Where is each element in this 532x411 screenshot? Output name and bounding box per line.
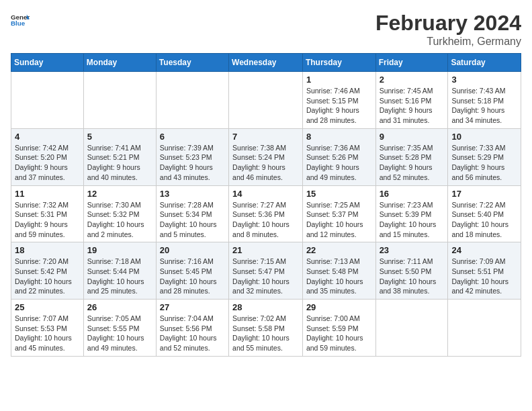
page-header: General Blue February 2024 Turkheim, Ger… bbox=[11, 11, 521, 48]
day-info: Sunrise: 7:13 AM Sunset: 5:48 PM Dayligh… bbox=[306, 257, 372, 296]
day-info: Sunrise: 7:33 AM Sunset: 5:29 PM Dayligh… bbox=[451, 143, 517, 183]
day-number: 28 bbox=[232, 302, 299, 312]
empty-day-cell bbox=[375, 300, 448, 357]
weekday-header-wednesday: Wednesday bbox=[229, 54, 303, 72]
calendar-day-cell: 24Sunrise: 7:09 AM Sunset: 5:51 PM Dayli… bbox=[448, 242, 521, 300]
empty-day-cell bbox=[229, 72, 303, 129]
day-info: Sunrise: 7:18 AM Sunset: 5:44 PM Dayligh… bbox=[87, 257, 152, 296]
day-number: 14 bbox=[232, 189, 299, 199]
day-info: Sunrise: 7:36 AM Sunset: 5:26 PM Dayligh… bbox=[306, 143, 372, 183]
calendar-week-row: 18Sunrise: 7:20 AM Sunset: 5:42 PM Dayli… bbox=[11, 242, 521, 300]
calendar-day-cell: 2Sunrise: 7:45 AM Sunset: 5:16 PM Daylig… bbox=[375, 72, 448, 129]
calendar-day-cell: 6Sunrise: 7:39 AM Sunset: 5:23 PM Daylig… bbox=[156, 128, 228, 185]
day-info: Sunrise: 7:45 AM Sunset: 5:16 PM Dayligh… bbox=[380, 86, 445, 126]
weekday-header-friday: Friday bbox=[375, 54, 448, 72]
day-number: 17 bbox=[451, 189, 517, 199]
day-info: Sunrise: 7:38 AM Sunset: 5:24 PM Dayligh… bbox=[232, 143, 299, 183]
calendar-day-cell: 29Sunrise: 7:00 AM Sunset: 5:59 PM Dayli… bbox=[302, 300, 375, 357]
calendar-day-cell: 16Sunrise: 7:23 AM Sunset: 5:39 PM Dayli… bbox=[375, 185, 448, 242]
logo: General Blue bbox=[11, 11, 30, 30]
day-info: Sunrise: 7:32 AM Sunset: 5:31 PM Dayligh… bbox=[15, 200, 80, 240]
calendar-week-row: 11Sunrise: 7:32 AM Sunset: 5:31 PM Dayli… bbox=[11, 185, 521, 242]
day-number: 2 bbox=[380, 75, 445, 85]
day-number: 5 bbox=[87, 132, 152, 142]
day-info: Sunrise: 7:04 AM Sunset: 5:56 PM Dayligh… bbox=[160, 314, 225, 353]
calendar-week-row: 1Sunrise: 7:46 AM Sunset: 5:15 PM Daylig… bbox=[11, 72, 521, 129]
day-number: 7 bbox=[232, 132, 299, 142]
day-info: Sunrise: 7:46 AM Sunset: 5:15 PM Dayligh… bbox=[306, 86, 372, 126]
empty-day-cell bbox=[448, 300, 521, 357]
calendar-day-cell: 12Sunrise: 7:30 AM Sunset: 5:32 PM Dayli… bbox=[83, 185, 156, 242]
empty-day-cell bbox=[156, 72, 228, 129]
calendar-day-cell: 1Sunrise: 7:46 AM Sunset: 5:15 PM Daylig… bbox=[302, 72, 375, 129]
day-info: Sunrise: 7:09 AM Sunset: 5:51 PM Dayligh… bbox=[451, 257, 517, 296]
day-number: 6 bbox=[160, 132, 225, 142]
day-info: Sunrise: 7:25 AM Sunset: 5:37 PM Dayligh… bbox=[306, 200, 372, 240]
weekday-header-row: SundayMondayTuesdayWednesdayThursdayFrid… bbox=[11, 54, 521, 72]
calendar-day-cell: 11Sunrise: 7:32 AM Sunset: 5:31 PM Dayli… bbox=[11, 185, 84, 242]
day-info: Sunrise: 7:00 AM Sunset: 5:59 PM Dayligh… bbox=[306, 314, 372, 353]
calendar-day-cell: 17Sunrise: 7:22 AM Sunset: 5:40 PM Dayli… bbox=[448, 185, 521, 242]
logo-icon: General Blue bbox=[11, 11, 30, 30]
calendar-day-cell: 28Sunrise: 7:02 AM Sunset: 5:58 PM Dayli… bbox=[229, 300, 303, 357]
calendar-week-row: 25Sunrise: 7:07 AM Sunset: 5:53 PM Dayli… bbox=[11, 300, 521, 357]
calendar-day-cell: 19Sunrise: 7:18 AM Sunset: 5:44 PM Dayli… bbox=[83, 242, 156, 300]
month-title: February 2024 bbox=[375, 11, 521, 36]
calendar-day-cell: 8Sunrise: 7:36 AM Sunset: 5:26 PM Daylig… bbox=[302, 128, 375, 185]
calendar-day-cell: 26Sunrise: 7:05 AM Sunset: 5:55 PM Dayli… bbox=[83, 300, 156, 357]
day-number: 24 bbox=[451, 245, 517, 255]
day-number: 15 bbox=[306, 189, 372, 199]
day-info: Sunrise: 7:20 AM Sunset: 5:42 PM Dayligh… bbox=[15, 257, 80, 296]
day-number: 9 bbox=[380, 132, 445, 142]
day-info: Sunrise: 7:41 AM Sunset: 5:21 PM Dayligh… bbox=[87, 143, 152, 183]
day-info: Sunrise: 7:43 AM Sunset: 5:18 PM Dayligh… bbox=[451, 86, 517, 126]
day-info: Sunrise: 7:23 AM Sunset: 5:39 PM Dayligh… bbox=[380, 200, 445, 240]
day-info: Sunrise: 7:15 AM Sunset: 5:47 PM Dayligh… bbox=[232, 257, 299, 296]
calendar-table: SundayMondayTuesdayWednesdayThursdayFrid… bbox=[11, 53, 521, 357]
day-info: Sunrise: 7:28 AM Sunset: 5:34 PM Dayligh… bbox=[160, 200, 225, 240]
location-title: Turkheim, Germany bbox=[375, 36, 521, 48]
calendar-day-cell: 7Sunrise: 7:38 AM Sunset: 5:24 PM Daylig… bbox=[229, 128, 303, 185]
calendar-day-cell: 23Sunrise: 7:11 AM Sunset: 5:50 PM Dayli… bbox=[375, 242, 448, 300]
day-number: 8 bbox=[306, 132, 372, 142]
day-info: Sunrise: 7:05 AM Sunset: 5:55 PM Dayligh… bbox=[87, 314, 152, 353]
day-number: 16 bbox=[380, 189, 445, 199]
day-info: Sunrise: 7:39 AM Sunset: 5:23 PM Dayligh… bbox=[160, 143, 225, 183]
day-number: 3 bbox=[451, 75, 517, 85]
svg-text:Blue: Blue bbox=[11, 19, 26, 27]
weekday-header-monday: Monday bbox=[83, 54, 156, 72]
calendar-day-cell: 18Sunrise: 7:20 AM Sunset: 5:42 PM Dayli… bbox=[11, 242, 84, 300]
day-info: Sunrise: 7:27 AM Sunset: 5:36 PM Dayligh… bbox=[232, 200, 299, 240]
day-info: Sunrise: 7:42 AM Sunset: 5:20 PM Dayligh… bbox=[15, 143, 80, 183]
weekday-header-sunday: Sunday bbox=[11, 54, 84, 72]
day-info: Sunrise: 7:07 AM Sunset: 5:53 PM Dayligh… bbox=[15, 314, 80, 353]
title-block: February 2024 Turkheim, Germany bbox=[375, 11, 521, 48]
day-info: Sunrise: 7:11 AM Sunset: 5:50 PM Dayligh… bbox=[380, 257, 445, 296]
calendar-day-cell: 14Sunrise: 7:27 AM Sunset: 5:36 PM Dayli… bbox=[229, 185, 303, 242]
day-number: 25 bbox=[15, 302, 80, 312]
calendar-day-cell: 27Sunrise: 7:04 AM Sunset: 5:56 PM Dayli… bbox=[156, 300, 228, 357]
empty-day-cell bbox=[11, 72, 84, 129]
weekday-header-thursday: Thursday bbox=[302, 54, 375, 72]
weekday-header-saturday: Saturday bbox=[448, 54, 521, 72]
day-number: 26 bbox=[87, 302, 152, 312]
calendar-day-cell: 13Sunrise: 7:28 AM Sunset: 5:34 PM Dayli… bbox=[156, 185, 228, 242]
day-number: 12 bbox=[87, 189, 152, 199]
calendar-day-cell: 5Sunrise: 7:41 AM Sunset: 5:21 PM Daylig… bbox=[83, 128, 156, 185]
day-number: 27 bbox=[160, 302, 225, 312]
calendar-week-row: 4Sunrise: 7:42 AM Sunset: 5:20 PM Daylig… bbox=[11, 128, 521, 185]
day-number: 13 bbox=[160, 189, 225, 199]
day-number: 29 bbox=[306, 302, 372, 312]
day-number: 1 bbox=[306, 75, 372, 85]
day-number: 22 bbox=[306, 245, 372, 255]
day-number: 23 bbox=[380, 245, 445, 255]
calendar-day-cell: 3Sunrise: 7:43 AM Sunset: 5:18 PM Daylig… bbox=[448, 72, 521, 129]
day-info: Sunrise: 7:22 AM Sunset: 5:40 PM Dayligh… bbox=[451, 200, 517, 240]
day-info: Sunrise: 7:30 AM Sunset: 5:32 PM Dayligh… bbox=[87, 200, 152, 240]
calendar-day-cell: 9Sunrise: 7:35 AM Sunset: 5:28 PM Daylig… bbox=[375, 128, 448, 185]
calendar-day-cell: 10Sunrise: 7:33 AM Sunset: 5:29 PM Dayli… bbox=[448, 128, 521, 185]
calendar-day-cell: 21Sunrise: 7:15 AM Sunset: 5:47 PM Dayli… bbox=[229, 242, 303, 300]
day-number: 4 bbox=[15, 132, 80, 142]
calendar-day-cell: 25Sunrise: 7:07 AM Sunset: 5:53 PM Dayli… bbox=[11, 300, 84, 357]
day-number: 19 bbox=[87, 245, 152, 255]
